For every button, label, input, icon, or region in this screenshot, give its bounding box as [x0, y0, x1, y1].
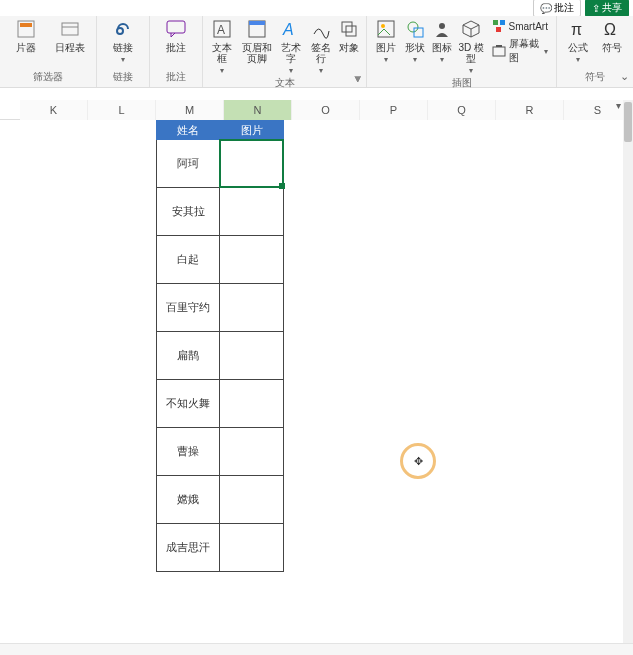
model3d-button[interactable]: 3D 模型▾ — [457, 18, 485, 76]
column-header-O[interactable]: O — [292, 100, 360, 120]
textbox-icon: A — [211, 18, 233, 40]
chevron-down-icon: ▾ — [384, 55, 388, 64]
annotate-button[interactable]: 💬 批注 — [533, 0, 581, 17]
shapes-label: 形状▾ — [405, 42, 425, 65]
cell-name[interactable]: 曹操 — [156, 428, 220, 476]
screenshot-icon — [492, 44, 506, 58]
timeline-icon — [59, 18, 81, 40]
spreadsheet[interactable]: KLMNOPQRS 姓名 图片 阿珂安其拉白起百里守约扁鹊不知火舞曹操嫦娥成吉思… — [0, 100, 623, 643]
ribbon-collapse-button[interactable]: ⌄ — [620, 70, 629, 83]
header-pic: 图片 — [220, 120, 284, 140]
object-button[interactable]: 对象 — [338, 18, 361, 53]
share-button[interactable]: ⇪ 共享 — [585, 0, 629, 17]
textbox-button[interactable]: A 文本框▾ — [209, 18, 235, 76]
icons-icon — [431, 18, 453, 40]
slicer-label: 片器 — [16, 42, 36, 53]
symbol-label: 符号 — [602, 42, 622, 53]
screenshot-button[interactable]: 屏幕截图 ▾ — [490, 36, 550, 66]
svg-rect-19 — [500, 20, 505, 25]
column-header-P[interactable]: P — [360, 100, 428, 120]
column-header-R[interactable]: R — [496, 100, 564, 120]
column-header-Q[interactable]: Q — [428, 100, 496, 120]
cell-name[interactable]: 白起 — [156, 236, 220, 284]
column-header-N[interactable]: N — [224, 100, 292, 120]
svg-rect-12 — [346, 26, 356, 36]
shapes-button[interactable]: 形状▾ — [402, 18, 427, 65]
svg-text:Ω: Ω — [604, 21, 616, 38]
column-header-S[interactable]: S — [564, 100, 632, 120]
sheet-split-caret[interactable]: ▾ — [616, 100, 621, 111]
cell-pic[interactable] — [220, 476, 284, 524]
object-label: 对象 — [339, 42, 359, 53]
picture-button[interactable]: 图片▾ — [373, 18, 398, 65]
column-header-L[interactable]: L — [88, 100, 156, 120]
signature-button[interactable]: 签名行▾ — [308, 18, 334, 76]
table-header: 姓名 图片 — [156, 120, 284, 140]
headerfooter-button[interactable]: 页眉和页脚 — [239, 18, 275, 64]
equation-label: 公式▾ — [568, 42, 588, 65]
smartart-button[interactable]: SmartArt — [490, 18, 550, 34]
model3d-label: 3D 模型▾ — [457, 42, 485, 76]
table-row: 成吉思汗 — [156, 524, 284, 572]
timeline-label: 日程表 — [55, 42, 85, 53]
cell-name[interactable]: 成吉思汗 — [156, 524, 220, 572]
vertical-scrollbar[interactable] — [623, 100, 633, 643]
chevron-down-icon: ▾ — [289, 66, 293, 75]
chevron-down-icon: ▾ — [413, 55, 417, 64]
cell-name[interactable]: 安其拉 — [156, 188, 220, 236]
scroll-thumb[interactable] — [624, 102, 632, 142]
link-label: 链接▾ — [113, 42, 133, 65]
cell-name[interactable]: 嫦娥 — [156, 476, 220, 524]
table-body: 阿珂安其拉白起百里守约扁鹊不知火舞曹操嫦娥成吉思汗 — [156, 140, 284, 572]
svg-rect-13 — [378, 21, 394, 37]
svg-rect-2 — [62, 23, 78, 35]
group-text-name: 文本 — [209, 76, 360, 91]
shapes-icon — [404, 18, 426, 40]
picture-label: 图片▾ — [376, 42, 396, 65]
column-header-M[interactable]: M — [156, 100, 224, 120]
column-header-K[interactable]: K — [20, 100, 88, 120]
cell-name[interactable]: 阿珂 — [156, 140, 220, 188]
cell-pic[interactable] — [220, 284, 284, 332]
svg-rect-20 — [496, 27, 501, 32]
cell-pic[interactable] — [220, 332, 284, 380]
table-row: 白起 — [156, 236, 284, 284]
cell-name[interactable]: 扁鹊 — [156, 332, 220, 380]
cell-name[interactable]: 不知火舞 — [156, 380, 220, 428]
group-text-expand[interactable]: ⯆ — [354, 75, 364, 85]
group-filter: 片器 日程表 筛选器 — [0, 16, 97, 87]
cell-pic[interactable] — [220, 428, 284, 476]
group-illus-name: 插图 — [373, 76, 550, 91]
svg-point-4 — [117, 28, 123, 34]
wordart-button[interactable]: A 艺术字▾ — [279, 18, 305, 76]
annotate-ribbon-button[interactable]: 批注 — [156, 18, 196, 53]
cell-pic[interactable] — [220, 236, 284, 284]
cell-pic[interactable] — [220, 188, 284, 236]
group-text: A 文本框▾ 页眉和页脚 A 艺术字▾ 签名行▾ 对象 文本 ⯆ — [203, 16, 367, 87]
group-symbol-name: 符号 — [563, 70, 627, 85]
cell-pic[interactable] — [220, 140, 284, 188]
cell-name[interactable]: 百里守约 — [156, 284, 220, 332]
column-headers: KLMNOPQRS — [0, 100, 623, 120]
table-row: 阿珂 — [156, 140, 284, 188]
svg-rect-18 — [493, 20, 498, 25]
screenshot-label: 屏幕截图 — [509, 37, 541, 65]
link-icon — [112, 18, 134, 40]
equation-button[interactable]: π 公式▾ — [563, 18, 593, 65]
table-row: 曹操 — [156, 428, 284, 476]
svg-rect-1 — [20, 23, 32, 27]
timeline-button[interactable]: 日程表 — [50, 18, 90, 53]
slicer-button[interactable]: 片器 — [6, 18, 46, 53]
wordart-icon: A — [280, 18, 302, 40]
annotate-label: 批注 — [554, 1, 574, 15]
headerfooter-label: 页眉和页脚 — [239, 42, 275, 64]
link-button[interactable]: 链接▾ — [103, 18, 143, 65]
icons-button[interactable]: 图标▾ — [431, 18, 453, 65]
cell-pic[interactable] — [220, 524, 284, 572]
svg-text:π: π — [571, 21, 582, 38]
symbol-button[interactable]: Ω 符号 — [597, 18, 627, 53]
cell-pic[interactable] — [220, 380, 284, 428]
symbol-icon: Ω — [601, 18, 623, 40]
ribbon: 片器 日程表 筛选器 链接▾ 链接 批注 批注 — [0, 16, 633, 88]
smartart-label: SmartArt — [509, 21, 548, 32]
